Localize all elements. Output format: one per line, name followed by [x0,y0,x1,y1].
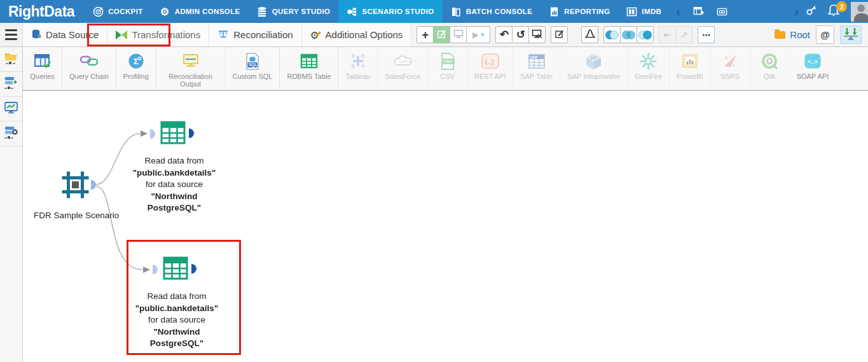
venn-left-button[interactable] [603,26,621,43]
admin-console-icon: ⚙ [160,6,170,17]
nav-item-scenario-studio[interactable]: SCENARIO STUDIO [338,0,442,23]
palette-item-sap-infoprovider[interactable]: SAP SAP Infoprovider [560,47,628,90]
custom-sql-icon: SQL [245,52,259,71]
venn-right-icon [638,31,652,39]
palette-item-queries[interactable]: Queries [23,47,62,90]
palette-item-soap-api[interactable]: <..> SOAP API [790,47,836,90]
collapse-panel-button[interactable]: ⇤ [659,26,676,43]
svg-text:{..}: {..} [485,58,494,66]
palette-item-label: Query Chain [69,73,109,80]
scenario-node[interactable] [61,171,90,202]
more-options-button[interactable]: ▪▪▪ [698,26,715,43]
rightdata-logo[interactable]: RightData [0,3,85,20]
distribution-button[interactable] [581,26,598,43]
nav-item-imdb[interactable]: IMDB [618,0,670,23]
table-node-icon [163,271,188,282]
toolbar-group-more: ▪▪▪ [698,26,715,43]
palette-item-label: RDBMS Table [287,73,331,80]
tab-label: Data Source [46,29,99,40]
transformation-node-bottom[interactable] [163,256,188,282]
edit-properties-button[interactable] [551,26,568,43]
palette-item-profiling[interactable]: Σ Profiling [116,47,156,90]
palette-item-salesforce[interactable]: salesforce SalesForce [378,47,428,90]
salesforce-icon: salesforce [392,52,413,71]
export-monitor-button[interactable] [528,26,546,43]
nav-item-admin-console[interactable]: ⚙ ADMIN CONSOLE [151,0,249,23]
palette-item-gemfire[interactable]: GemFire [628,47,670,90]
nav-item-reporting[interactable]: REPORTING [541,0,618,23]
database-icon [31,29,41,41]
venn-right-button[interactable] [637,26,654,43]
run-button[interactable]: ▶ ▾ [466,26,490,43]
undo-button[interactable]: ↶ [495,26,513,43]
collapse-icon: ⇤ [664,30,672,39]
user-avatar[interactable] [851,2,868,22]
sidebar-item-add-source[interactable] [0,72,22,97]
auto-arrange-button[interactable] [840,25,862,44]
tab-data-source[interactable]: Data Source [23,23,107,46]
venn-left-icon [605,31,619,39]
palette-item-csv[interactable]: CSV CSV [428,47,467,90]
node-bottom-label: Read data from "public.bankdetails" for … [126,291,228,350]
palette-item-tableau[interactable]: Tableau [338,47,378,90]
nav-item-label: IMDB [642,8,661,15]
root-breadcrumb[interactable]: Root [775,29,810,40]
palette-item-custom-sql[interactable]: SQL Custom SQL [226,47,280,90]
tab-reconciliation[interactable]: Reconciliation [209,23,301,46]
tab-transformations[interactable]: Transformations [107,23,209,46]
toolbar-right-cluster: Root @ [775,25,868,44]
rest-api-icon: {..} [481,52,500,71]
palette-item-rest-api[interactable]: {..} REST API [467,47,513,90]
batch-console-icon [451,6,462,17]
nav-item-cockpit[interactable]: COCKPIT [85,0,151,23]
sidebar-item-scenario-folders[interactable] [0,47,22,72]
palette-item-label: Custom SQL [233,73,273,80]
palette-item-powerbi[interactable]: PowerBI [670,47,711,90]
notifications-bell-icon[interactable]: 2 [827,3,842,20]
nav-scroll-left-icon[interactable]: ‹ [670,0,687,23]
reporting-icon [549,6,560,17]
table-plus-icon[interactable] [693,6,704,17]
bell-curve-icon [584,29,596,41]
sidebar-item-source-settings[interactable] [0,122,22,146]
link-card-icon[interactable] [717,6,727,17]
palette-item-query-chain[interactable]: Query Chain [62,47,116,90]
edit-mode-button[interactable] [433,26,450,43]
tab-additional-options[interactable]: ⚙ Additional Options [302,23,412,46]
monitor-view-button[interactable] [450,26,467,43]
nav-item-query-studio[interactable]: QUERY STUDIO [249,0,339,23]
open-external-button[interactable]: ↗ [675,26,692,43]
nav-item-batch-console[interactable]: BATCH CONSOLE [443,0,541,23]
palette-item-ssrs[interactable]: SSRS [711,47,750,90]
external-link-icon: ↗ [680,30,689,39]
palette-item-label: REST API [474,73,506,80]
hamburger-menu-button[interactable] [0,23,23,46]
venn-full-button[interactable] [620,26,637,43]
node-label-line: Read data from [123,155,225,167]
palette-item-label: Profiling [123,73,149,80]
add-button[interactable]: + [417,26,434,43]
nav-scroll-right-icon[interactable]: › [788,0,805,23]
reconciliation-output-icon [182,52,200,71]
palette-item-rdbms-table[interactable]: RDBMS Table [280,47,338,90]
palette-item-label: PowerBI [677,73,703,80]
sidebar-item-monitor[interactable] [0,97,22,122]
component-palette: Queries Query Chain Σ Profiling Reconcil… [23,47,868,91]
palette-item-reconciliation-output[interactable]: Reconciliation Output [156,47,226,90]
notification-badge: 2 [836,1,847,12]
palette-item-label: Qlik [764,73,776,80]
bowtie-icon [116,31,127,39]
transformation-node-top[interactable] [160,121,186,147]
svg-text:SQL: SQL [249,62,257,67]
left-sidebar [0,47,23,362]
sap-infoprovider-icon: SAP [585,52,602,71]
palette-item-qlik[interactable]: Qlik [750,47,790,90]
key-icon[interactable] [805,4,818,19]
nav-item-label: QUERY STUDIO [272,8,331,15]
locate-button[interactable]: @ [816,25,834,44]
sap-table-icon: SAP [528,52,546,71]
palette-item-sap-table[interactable]: SAP SAP Table [513,47,560,90]
history-button[interactable]: ↺ [512,26,529,43]
node-label-line: for data source [126,314,228,326]
svg-text:CSV: CSV [443,59,453,64]
